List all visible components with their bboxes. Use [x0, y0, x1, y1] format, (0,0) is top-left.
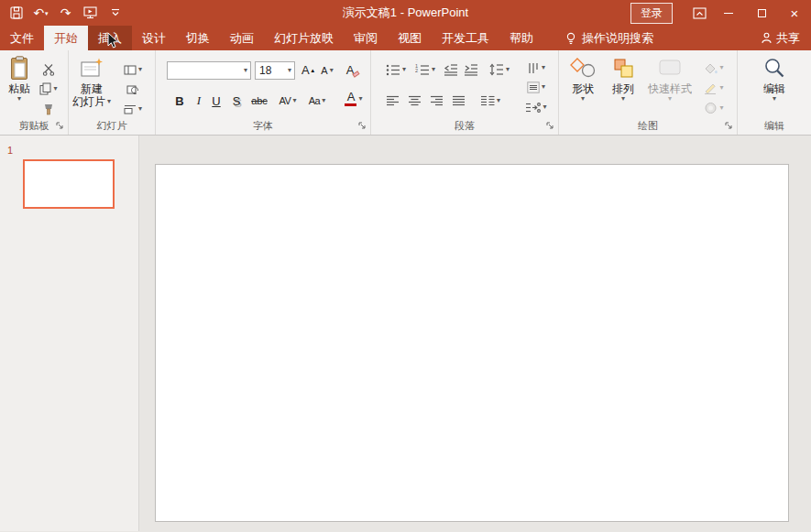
minimize-button[interactable]: [712, 0, 745, 26]
paragraph-dialog-launcher[interactable]: [545, 121, 555, 131]
arrange-caret-icon: ▾: [621, 95, 625, 103]
align-center-button[interactable]: [406, 92, 422, 109]
tab-animations[interactable]: 动画: [220, 26, 264, 50]
shape-effects-button[interactable]: ▾: [700, 100, 728, 116]
tab-view[interactable]: 视图: [388, 26, 432, 50]
mouse-cursor: [107, 32, 119, 49]
grow-arrow-icon: ▴: [312, 67, 315, 74]
tab-design[interactable]: 设计: [132, 26, 176, 50]
text-shadow-button[interactable]: S: [229, 92, 244, 109]
start-slideshow-button[interactable]: [78, 2, 103, 24]
tell-me-search[interactable]: 操作说明搜索: [556, 26, 663, 50]
underline-button[interactable]: U: [209, 92, 224, 109]
numbering-icon: 12: [415, 63, 430, 76]
group-font: ▾ 18 ▾ A▴ A▾ A B I U S abc AV▾: [156, 50, 371, 135]
sign-in-button[interactable]: 登录: [630, 3, 673, 24]
tab-review[interactable]: 审阅: [344, 26, 388, 50]
arrange-label: 排列: [612, 82, 634, 95]
justify-button[interactable]: [450, 92, 466, 109]
decrease-font-size-button[interactable]: A▾: [319, 62, 335, 79]
share-button[interactable]: 共享: [751, 26, 811, 50]
dialog-launcher-icon: [546, 122, 554, 130]
copy-button[interactable]: ▾: [37, 81, 60, 97]
maximize-button[interactable]: [745, 0, 778, 26]
bullets-button[interactable]: ▾: [384, 61, 408, 78]
slide-thumbnail-1[interactable]: [23, 159, 115, 209]
clear-formatting-button[interactable]: A: [343, 62, 363, 79]
title-bar: ↶▾ ↷ 演示文稿1 - PowerPoint 登录 ×: [0, 0, 811, 26]
shape-outline-button[interactable]: ▾: [700, 80, 728, 96]
change-case-button[interactable]: Aa▾: [304, 92, 330, 109]
tab-help[interactable]: 帮助: [499, 26, 543, 50]
redo-button[interactable]: ↷: [53, 2, 78, 24]
paste-button[interactable]: 粘贴 ▾: [3, 53, 36, 121]
shapes-button[interactable]: 形状 ▾: [563, 53, 603, 121]
shape-fill-button[interactable]: ▾: [700, 60, 728, 76]
tab-developer[interactable]: 开发工具: [432, 26, 499, 50]
tab-transitions[interactable]: 切换: [176, 26, 220, 50]
increase-font-size-button[interactable]: A▴: [300, 62, 316, 79]
font-color-button[interactable]: A ▾: [341, 91, 367, 107]
clipboard-dialog-launcher[interactable]: [55, 121, 65, 131]
undo-button[interactable]: ↶▾: [28, 2, 53, 24]
editing-group-label: 编辑: [738, 119, 811, 133]
paste-clipboard-icon: [10, 56, 29, 81]
numbering-caret-icon: ▾: [432, 66, 435, 73]
reset-button[interactable]: [118, 81, 148, 97]
font-name-combo[interactable]: ▾: [167, 61, 251, 80]
drawing-dialog-launcher[interactable]: [724, 121, 734, 131]
cut-button[interactable]: [38, 61, 59, 78]
numbering-button[interactable]: 12 ▾: [413, 61, 437, 78]
decrease-indent-button[interactable]: [443, 61, 459, 78]
titlebar-right-controls: 登录 ×: [630, 0, 811, 26]
save-button[interactable]: [4, 2, 28, 24]
slide[interactable]: [155, 164, 789, 522]
font-dialog-launcher[interactable]: [357, 121, 367, 131]
format-painter-button[interactable]: [38, 101, 59, 117]
tab-home[interactable]: 开始: [44, 26, 88, 50]
increase-indent-button[interactable]: [463, 61, 479, 78]
editing-button[interactable]: 编辑 ▾: [752, 53, 796, 121]
bold-button[interactable]: B: [172, 92, 187, 109]
tab-slideshow[interactable]: 幻灯片放映: [264, 26, 344, 50]
justify-icon: [452, 95, 466, 106]
close-button[interactable]: ×: [778, 0, 811, 26]
italic-button[interactable]: I: [192, 92, 205, 109]
quick-styles-caret-icon: ▾: [668, 95, 672, 103]
slide-editor-canvas[interactable]: [139, 136, 811, 531]
ribbon-display-options-button[interactable]: [687, 2, 712, 24]
align-left-button[interactable]: [384, 92, 400, 109]
decrease-indent-icon: [444, 63, 458, 76]
align-right-button[interactable]: [428, 92, 444, 109]
align-text-button[interactable]: ▾: [521, 79, 551, 95]
convert-smartart-button[interactable]: ▾: [520, 99, 553, 115]
layout-button[interactable]: ▾: [118, 61, 148, 78]
group-paragraph: ▾ 12 ▾ ▾ ▾ ▾: [371, 50, 559, 135]
text-direction-button[interactable]: ▾: [521, 60, 551, 76]
undo-icon: ↶: [33, 5, 44, 20]
dialog-launcher-icon: [725, 122, 733, 130]
minimize-icon: [724, 13, 733, 14]
line-spacing-button[interactable]: ▾: [487, 61, 512, 78]
slideshow-icon: [83, 6, 97, 19]
new-slide-caret-icon: ▾: [107, 98, 111, 105]
customize-qat-button[interactable]: [103, 2, 127, 24]
line-spacing-icon: [489, 63, 504, 76]
arrange-button[interactable]: 排列 ▾: [605, 53, 641, 121]
quick-styles-button[interactable]: 快速样式 ▾: [643, 53, 696, 121]
tab-file[interactable]: 文件: [0, 26, 44, 50]
section-button[interactable]: ▾: [118, 101, 148, 117]
columns-button[interactable]: ▾: [477, 92, 503, 109]
customize-qat-icon: [110, 8, 121, 17]
person-icon: [762, 32, 772, 44]
columns-icon: [480, 95, 495, 106]
new-slide-button[interactable]: 新建 幻灯片▾: [71, 53, 113, 121]
shapes-icon: [570, 58, 596, 78]
font-size-combo[interactable]: 18 ▾: [255, 61, 295, 80]
strikethrough-button[interactable]: abc: [247, 92, 271, 109]
powerpoint-window: ↶▾ ↷ 演示文稿1 - PowerPoint 登录 × 文件 开始: [0, 0, 811, 532]
quick-access-toolbar: ↶▾ ↷: [0, 2, 127, 24]
slides-group-label: 幻灯片: [69, 119, 155, 133]
character-spacing-button[interactable]: AV▾: [275, 92, 301, 109]
align-text-icon: [527, 81, 540, 93]
